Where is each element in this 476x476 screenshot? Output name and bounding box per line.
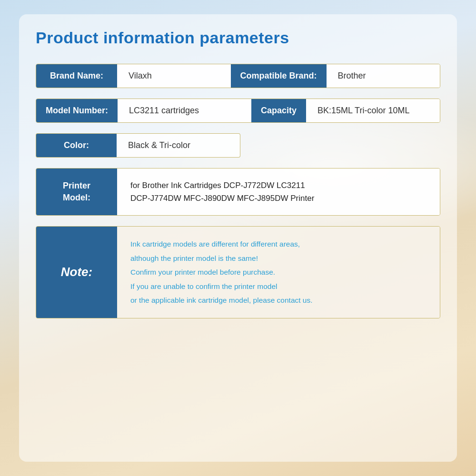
color-row: Color: Black & Tri-color	[36, 133, 440, 158]
printer-label: PrinterModel:	[36, 169, 117, 215]
note-row: Note: Ink cartridge models are different…	[36, 226, 440, 318]
model-value: LC3211 cartridges	[118, 99, 251, 122]
note-line-3: Confirm your printer model before purcha…	[130, 265, 426, 279]
brand-value: Vilaxh	[117, 64, 231, 88]
compat-brand-label: Compatible Brand:	[231, 64, 327, 88]
model-row: Model Number: LC3211 cartridges Capacity…	[36, 99, 440, 123]
note-line-1: Ink cartridge models are different for d…	[130, 237, 426, 251]
compat-brand-value: Brother	[327, 64, 440, 88]
note-value: Ink cartridge models are different for d…	[117, 227, 440, 317]
note-line-2: although the printer model is the same!	[130, 251, 426, 265]
note-line-5: or the applicable ink cartridge model, p…	[130, 293, 426, 307]
model-label: Model Number:	[36, 99, 118, 122]
brand-label: Brand Name:	[36, 64, 117, 88]
printer-row: PrinterModel: for Brother Ink Cartridges…	[36, 168, 440, 216]
capacity-label: Capacity	[251, 99, 306, 122]
content-card: Product information parameters Brand Nam…	[19, 14, 457, 462]
note-label: Note:	[36, 227, 117, 317]
page-title: Product information parameters	[36, 29, 440, 47]
printer-value: for Brother Ink Cartridges DCP-J772DW LC…	[117, 169, 440, 215]
color-value: Black & Tri-color	[117, 133, 240, 158]
capacity-value: BK:15ML Tri-color 10ML	[306, 99, 440, 122]
printer-label-text: PrinterModel:	[63, 180, 90, 204]
printer-value-text: for Brother Ink Cartridges DCP-J772DW LC…	[130, 179, 314, 205]
brand-row: Brand Name: Vilaxh Compatible Brand: Bro…	[36, 64, 440, 88]
color-label: Color:	[36, 133, 117, 158]
note-line-4: If you are unable to confirm the printer…	[130, 279, 426, 293]
page-wrapper: Product information parameters Brand Nam…	[0, 0, 476, 476]
